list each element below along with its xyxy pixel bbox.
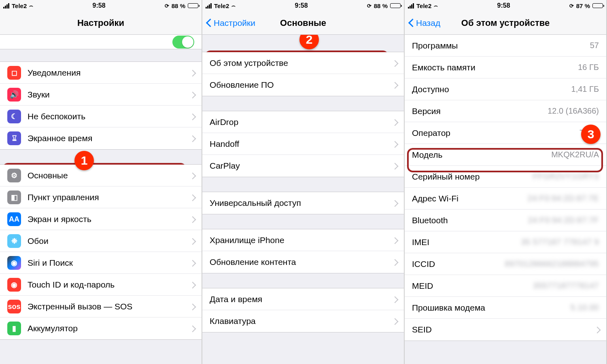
clock: 9:58 (93, 2, 106, 9)
signal-icon (3, 3, 9, 8)
chevron-right-icon (190, 281, 194, 288)
chevron-right-icon (393, 60, 397, 66)
row-accessibility[interactable]: Универсальный доступ (202, 192, 404, 214)
row-bluetooth: Bluetooth24:F0:94:2D:87:7F (405, 210, 606, 231)
row-value: 5.10.00 (571, 303, 599, 312)
row-apps: Программы57 (405, 35, 606, 57)
toggle-switch-on[interactable] (172, 36, 194, 49)
step-badge-3: 3 (581, 125, 601, 144)
settings-row-sos[interactable]: sosЭкстренный вызов — SOS (0, 296, 202, 317)
row-label: AirDrop (210, 117, 388, 127)
step-badge-1: 1 (74, 151, 94, 170)
settings-row-siri[interactable]: ◉Siri и Поиск (0, 252, 202, 274)
row-label: Клавиатура (210, 316, 388, 326)
settings-row-notifications[interactable]: ◻︎Уведомления (0, 62, 202, 84)
general-icon: ⚙︎ (7, 169, 21, 182)
row-about[interactable]: Об этом устройстве (202, 52, 404, 74)
row-value: 35 577187 778147 9 (521, 237, 599, 247)
row-label: Адрес Wi-Fi (412, 194, 528, 203)
row-seid[interactable]: SEID (405, 319, 606, 341)
row-meid: MEID35577187778147 (405, 275, 606, 297)
row-label: Handoff (210, 139, 388, 149)
touchid-icon: ◉ (7, 278, 21, 292)
settings-row-sounds[interactable]: 🔊Звуки (0, 84, 202, 106)
row-label: Обои (28, 236, 186, 246)
chevron-right-icon (393, 237, 397, 243)
row-carplay[interactable]: CarPlay (202, 155, 404, 177)
back-label: Настройки (214, 18, 255, 28)
settings-row-display[interactable]: AAЭкран и яркость (0, 208, 202, 230)
row-value: 57 (590, 41, 599, 50)
nav-bar: Назад Об этом устройстве (405, 11, 606, 35)
settings-row-wallpaper[interactable]: ❉Обои (0, 230, 202, 252)
screen-general: Tele2 ⌢ 9:58 ⟳ 88 % Настройки Основные О… (202, 0, 405, 364)
settings-row-control-center[interactable]: ◧Пункт управления (0, 186, 202, 208)
chevron-right-icon (190, 216, 194, 222)
chevron-right-icon (393, 82, 397, 88)
screentime-icon: ⌛︎ (7, 131, 21, 145)
row-handoff[interactable]: Handoff (202, 133, 404, 155)
row-value: MKQK2RU/A (551, 150, 599, 159)
row-airdrop[interactable]: AirDrop (202, 111, 404, 133)
battery-icon (592, 3, 603, 8)
row-keyboard[interactable]: Клавиатура (202, 310, 404, 332)
siri-icon: ◉ (7, 256, 21, 270)
clock: 9:58 (497, 2, 510, 9)
row-label: Версия (412, 106, 548, 116)
nav-bar: Настройки Основные (202, 11, 404, 35)
row-label: Доступно (412, 85, 571, 94)
chevron-right-icon (190, 303, 194, 310)
settings-row-general[interactable]: ⚙︎Основные (0, 165, 202, 186)
row-label: Экстренный вызов — SOS (28, 302, 186, 311)
chevron-left-icon (207, 19, 212, 27)
battery-icon (390, 3, 401, 8)
row-label: Дата и время (210, 294, 388, 304)
status-bar: Tele2 ⌢ 9:58 ⟳ 88 % (0, 0, 202, 11)
back-button[interactable]: Назад (410, 18, 440, 28)
clock: 9:58 (295, 2, 308, 9)
settings-list[interactable]: ◻︎Уведомления🔊Звуки☾Не беспокоить⌛︎Экран… (0, 35, 202, 364)
row-swupdate[interactable]: Обновление ПО (202, 74, 404, 96)
wifi-icon: ⌢ (231, 2, 236, 9)
row-label: Bluetooth (412, 216, 528, 225)
chevron-right-icon (393, 259, 397, 265)
control-center-icon: ◧ (7, 190, 21, 204)
chevron-right-icon (393, 119, 397, 125)
row-label: Аккумулятор (28, 324, 186, 333)
row-label: Основные (28, 171, 186, 180)
row-datetime[interactable]: Дата и время (202, 288, 404, 310)
row-label: CarPlay (210, 161, 388, 171)
chevron-right-icon (595, 326, 599, 333)
wallpaper-icon: ❉ (7, 234, 21, 248)
row-value: 12.0 (16A366) (548, 106, 599, 116)
row-label: Программы (412, 41, 590, 51)
row-label: Серийный номер (412, 172, 533, 182)
row-label: ICCID (412, 259, 505, 269)
back-label: Назад (416, 18, 440, 28)
sos-icon: sos (7, 300, 21, 313)
row-value: 24:F0:94:2D:87:7E (528, 194, 599, 203)
row-wifi: Адрес Wi-Fi24:F0:94:2D:87:7E (405, 188, 606, 210)
chevron-right-icon (393, 296, 397, 303)
settings-row-battery[interactable]: ▮Аккумулятор (0, 317, 202, 339)
back-button[interactable]: Настройки (207, 18, 255, 28)
row-label: Прошивка модема (412, 303, 571, 313)
row-storage[interactable]: Хранилище iPhone (202, 229, 404, 251)
settings-row-dnd[interactable]: ☾Не беспокоить (0, 106, 202, 127)
settings-row-screentime[interactable]: ⌛︎Экранное время (0, 127, 202, 149)
general-list[interactable]: Об этом устройствеОбновление ПО 2 AirDro… (202, 35, 404, 364)
about-list[interactable]: Программы57Емкость памяти16 ГБДоступно1,… (405, 35, 606, 364)
settings-row-touchid[interactable]: ◉Touch ID и код-пароль (0, 274, 202, 296)
carrier-label: Tele2 (416, 2, 431, 9)
display-icon: AA (7, 212, 21, 226)
battery-percent: 87 % (576, 2, 590, 9)
row-label: Обновление ПО (210, 80, 388, 90)
row-refresh[interactable]: Обновление контента (202, 251, 404, 273)
row-value: 16 ГБ (578, 63, 599, 72)
row-value: 1,41 ГБ (571, 85, 599, 94)
row-serial: Серийный номерFFGR2VY1GRY3 (405, 166, 606, 188)
row-value: 35577187778147 (533, 281, 599, 290)
notifications-icon: ◻︎ (7, 66, 21, 80)
screen-about: Tele2 ⌢ 9:58 ⟳ 87 % Назад Об этом устрой… (405, 0, 607, 364)
chevron-right-icon (393, 318, 397, 324)
